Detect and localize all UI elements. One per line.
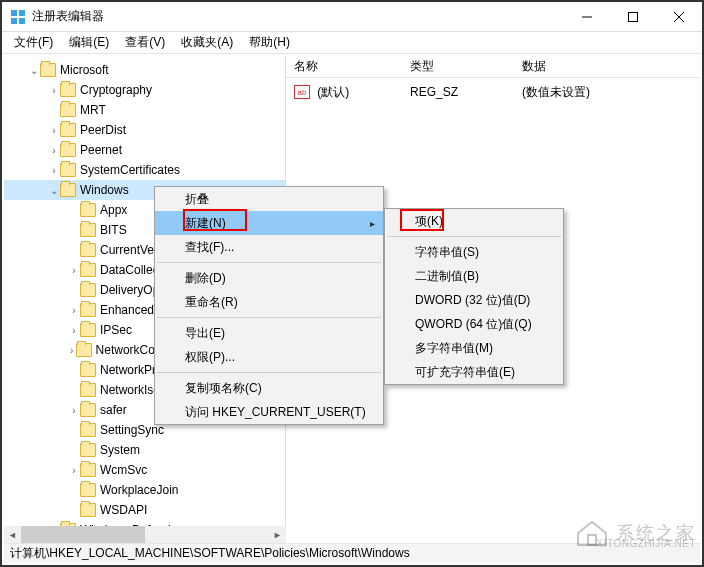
tree-item[interactable]: ›WcmSvc [4, 460, 285, 480]
folder-icon [80, 403, 96, 417]
tree-item-label: WSDAPI [100, 503, 147, 517]
tree-item[interactable]: ›Peernet [4, 140, 285, 160]
folder-icon [80, 203, 96, 217]
menu-item[interactable]: 查找(F)... [155, 235, 383, 259]
menu-item[interactable]: QWORD (64 位)值(Q) [385, 312, 563, 336]
menu-item[interactable]: 访问 HKEY_CURRENT_USER(T) [155, 400, 383, 424]
menu-separator [387, 236, 561, 237]
scroll-left-button[interactable]: ◄ [4, 526, 21, 543]
chevron-right-icon[interactable]: › [48, 145, 60, 156]
context-submenu-new[interactable]: 项(K)字符串值(S)二进制值(B)DWORD (32 位)值(D)QWORD … [384, 208, 564, 385]
menu-item[interactable]: 可扩充字符串值(E) [385, 360, 563, 384]
close-button[interactable] [656, 2, 702, 32]
tree-item-label: System [100, 443, 140, 457]
chevron-down-icon[interactable]: ⌄ [48, 185, 60, 196]
chevron-right-icon[interactable]: › [68, 405, 80, 416]
chevron-down-icon[interactable]: ⌄ [28, 65, 40, 76]
menu-item[interactable]: 重命名(R) [155, 290, 383, 314]
svg-rect-2 [11, 18, 17, 24]
folder-icon [80, 303, 96, 317]
folder-icon [80, 443, 96, 457]
menu-item[interactable]: 二进制值(B) [385, 264, 563, 288]
chevron-right-icon[interactable]: › [68, 465, 80, 476]
tree-item-label: Appx [100, 203, 127, 217]
string-value-icon: ab [294, 85, 310, 99]
tree-item-label: safer [100, 403, 127, 417]
folder-icon [80, 323, 96, 337]
context-menu[interactable]: 折叠新建(N)▸查找(F)...删除(D)重命名(R)导出(E)权限(P)...… [154, 186, 384, 425]
chevron-right-icon[interactable]: › [48, 125, 60, 136]
maximize-button[interactable] [610, 2, 656, 32]
menu-item[interactable]: 折叠 [155, 187, 383, 211]
value-name: (默认) [317, 85, 349, 99]
chevron-right-icon[interactable]: › [48, 165, 60, 176]
folder-icon [60, 103, 76, 117]
list-row[interactable]: ab (默认) REG_SZ (数值未设置) [286, 82, 700, 102]
list-header: 名称 类型 数据 [286, 56, 700, 78]
folder-icon [80, 243, 96, 257]
tree-item-label: SettingSync [100, 423, 164, 437]
tree-item[interactable]: MRT [4, 100, 285, 120]
tree-item[interactable]: ›SystemCertificates [4, 160, 285, 180]
menu-separator [157, 317, 381, 318]
col-type[interactable]: 类型 [402, 58, 514, 75]
folder-icon [76, 343, 92, 357]
menu-edit[interactable]: 编辑(E) [61, 32, 117, 53]
menu-item[interactable]: 字符串值(S) [385, 240, 563, 264]
folder-icon [80, 383, 96, 397]
tree-item[interactable]: ⌄Microsoft [4, 60, 285, 80]
tree-item[interactable]: WSDAPI [4, 500, 285, 520]
chevron-right-icon[interactable]: › [48, 85, 60, 96]
folder-icon [60, 143, 76, 157]
status-path: 计算机\HKEY_LOCAL_MACHINE\SOFTWARE\Policies… [10, 545, 410, 562]
menu-help[interactable]: 帮助(H) [241, 32, 298, 53]
submenu-arrow-icon: ▸ [370, 218, 375, 229]
menu-item[interactable]: 新建(N)▸ [155, 211, 383, 235]
scroll-thumb[interactable] [21, 526, 145, 543]
window-title: 注册表编辑器 [32, 8, 564, 25]
menu-item[interactable]: 多字符串值(M) [385, 336, 563, 360]
chevron-right-icon[interactable]: › [68, 345, 76, 356]
chevron-right-icon[interactable]: › [68, 305, 80, 316]
tree-item-label: SystemCertificates [80, 163, 180, 177]
menu-favorites[interactable]: 收藏夹(A) [173, 32, 241, 53]
tree-item-label: IPSec [100, 323, 132, 337]
folder-icon [80, 283, 96, 297]
folder-icon [80, 363, 96, 377]
scroll-right-button[interactable]: ► [269, 526, 286, 543]
folder-icon [60, 123, 76, 137]
svg-rect-3 [19, 18, 25, 24]
tree-item[interactable]: ›PeerDist [4, 120, 285, 140]
menu-item[interactable]: 复制项名称(C) [155, 376, 383, 400]
tree-item[interactable]: ›Cryptography [4, 80, 285, 100]
chevron-right-icon[interactable]: › [68, 325, 80, 336]
tree-item-label: BITS [100, 223, 127, 237]
tree-horizontal-scrollbar[interactable]: ◄ ► [4, 526, 286, 543]
menu-item[interactable]: 项(K) [385, 209, 563, 233]
svg-rect-1 [19, 10, 25, 16]
menu-item[interactable]: 权限(P)... [155, 345, 383, 369]
menu-file[interactable]: 文件(F) [6, 32, 61, 53]
tree-item-label: Peernet [80, 143, 122, 157]
menu-item[interactable]: 删除(D) [155, 266, 383, 290]
col-data[interactable]: 数据 [514, 58, 554, 75]
menubar: 文件(F) 编辑(E) 查看(V) 收藏夹(A) 帮助(H) [2, 32, 702, 54]
menu-item[interactable]: DWORD (32 位)值(D) [385, 288, 563, 312]
col-name[interactable]: 名称 [286, 58, 402, 75]
menu-view[interactable]: 查看(V) [117, 32, 173, 53]
folder-icon [80, 483, 96, 497]
folder-icon [80, 423, 96, 437]
chevron-right-icon[interactable]: › [68, 265, 80, 276]
folder-icon [80, 263, 96, 277]
folder-icon [60, 163, 76, 177]
titlebar: 注册表编辑器 [2, 2, 702, 32]
menu-separator [157, 372, 381, 373]
tree-item[interactable]: WorkplaceJoin [4, 480, 285, 500]
svg-rect-5 [629, 12, 638, 21]
folder-icon [80, 463, 96, 477]
statusbar: 计算机\HKEY_LOCAL_MACHINE\SOFTWARE\Policies… [4, 543, 700, 563]
menu-item[interactable]: 导出(E) [155, 321, 383, 345]
value-type: REG_SZ [402, 85, 514, 99]
minimize-button[interactable] [564, 2, 610, 32]
tree-item[interactable]: System [4, 440, 285, 460]
